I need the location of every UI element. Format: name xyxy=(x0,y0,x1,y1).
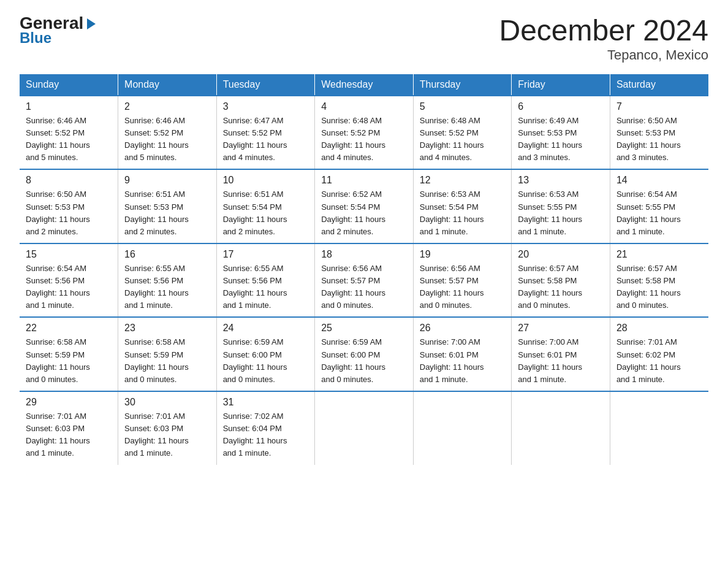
day-info: Sunrise: 6:50 AMSunset: 5:53 PMDaylight:… xyxy=(616,115,702,164)
day-number: 14 xyxy=(616,175,702,186)
day-number: 27 xyxy=(518,323,604,334)
calendar-cell: 8Sunrise: 6:50 AMSunset: 5:53 PMDaylight… xyxy=(20,169,118,243)
calendar-cell: 22Sunrise: 6:58 AMSunset: 5:59 PMDayligh… xyxy=(20,317,118,391)
calendar-cell xyxy=(315,391,414,465)
calendar-week-row: 15Sunrise: 6:54 AMSunset: 5:56 PMDayligh… xyxy=(20,243,708,318)
calendar-cell: 19Sunrise: 6:56 AMSunset: 5:57 PMDayligh… xyxy=(413,243,512,318)
day-number: 13 xyxy=(518,175,604,186)
calendar-cell: 7Sunrise: 6:50 AMSunset: 5:53 PMDaylight… xyxy=(610,96,708,170)
day-info: Sunrise: 6:59 AMSunset: 6:00 PMDaylight:… xyxy=(223,336,309,386)
calendar-cell: 9Sunrise: 6:51 AMSunset: 5:53 PMDaylight… xyxy=(118,169,217,243)
calendar-title: December 2024 xyxy=(499,15,708,47)
day-info: Sunrise: 7:00 AMSunset: 6:01 PMDaylight:… xyxy=(518,336,604,386)
day-number: 17 xyxy=(223,249,309,260)
calendar-cell: 18Sunrise: 6:56 AMSunset: 5:57 PMDayligh… xyxy=(315,243,414,318)
calendar-cell: 1Sunrise: 6:46 AMSunset: 5:52 PMDaylight… xyxy=(20,96,118,170)
calendar-week-row: 29Sunrise: 7:01 AMSunset: 6:03 PMDayligh… xyxy=(20,391,708,465)
day-info: Sunrise: 7:00 AMSunset: 6:01 PMDaylight:… xyxy=(420,336,506,386)
calendar-cell: 3Sunrise: 6:47 AMSunset: 5:52 PMDaylight… xyxy=(216,96,315,170)
day-info: Sunrise: 6:46 AMSunset: 5:52 PMDaylight:… xyxy=(26,115,112,164)
day-number: 2 xyxy=(124,101,210,112)
day-number: 31 xyxy=(223,397,309,408)
day-info: Sunrise: 6:54 AMSunset: 5:56 PMDaylight:… xyxy=(26,262,112,312)
header-row: SundayMondayTuesdayWednesdayThursdayFrid… xyxy=(20,74,708,96)
day-number: 9 xyxy=(124,175,210,186)
col-header-tuesday: Tuesday xyxy=(216,74,315,96)
day-number: 26 xyxy=(420,323,506,334)
day-number: 8 xyxy=(26,175,112,186)
day-info: Sunrise: 6:46 AMSunset: 5:52 PMDaylight:… xyxy=(124,115,210,164)
calendar-cell: 16Sunrise: 6:55 AMSunset: 5:56 PMDayligh… xyxy=(118,243,217,318)
calendar-cell: 27Sunrise: 7:00 AMSunset: 6:01 PMDayligh… xyxy=(512,317,610,391)
day-number: 4 xyxy=(321,101,407,112)
col-header-monday: Monday xyxy=(118,74,217,96)
day-info: Sunrise: 7:01 AMSunset: 6:03 PMDaylight:… xyxy=(26,410,112,460)
calendar-cell: 30Sunrise: 7:01 AMSunset: 6:03 PMDayligh… xyxy=(118,391,217,465)
day-number: 29 xyxy=(26,397,112,408)
day-info: Sunrise: 6:51 AMSunset: 5:53 PMDaylight:… xyxy=(124,188,210,238)
day-number: 30 xyxy=(124,397,210,408)
day-number: 25 xyxy=(321,323,407,334)
day-number: 18 xyxy=(321,249,407,260)
day-info: Sunrise: 6:56 AMSunset: 5:57 PMDaylight:… xyxy=(420,262,506,312)
col-header-saturday: Saturday xyxy=(610,74,708,96)
calendar-cell: 6Sunrise: 6:49 AMSunset: 5:53 PMDaylight… xyxy=(512,96,610,170)
day-info: Sunrise: 6:57 AMSunset: 5:58 PMDaylight:… xyxy=(518,262,604,312)
calendar-subtitle: Tepanco, Mexico xyxy=(499,47,708,63)
day-info: Sunrise: 6:49 AMSunset: 5:53 PMDaylight:… xyxy=(518,115,604,164)
calendar-cell: 14Sunrise: 6:54 AMSunset: 5:55 PMDayligh… xyxy=(610,169,708,243)
calendar-cell: 13Sunrise: 6:53 AMSunset: 5:55 PMDayligh… xyxy=(512,169,610,243)
calendar-cell: 21Sunrise: 6:57 AMSunset: 5:58 PMDayligh… xyxy=(610,243,708,318)
day-info: Sunrise: 6:55 AMSunset: 5:56 PMDaylight:… xyxy=(223,262,309,312)
title-block: December 2024 Tepanco, Mexico xyxy=(499,15,708,63)
col-header-sunday: Sunday xyxy=(20,74,118,96)
day-info: Sunrise: 6:50 AMSunset: 5:53 PMDaylight:… xyxy=(26,188,112,238)
col-header-thursday: Thursday xyxy=(413,74,512,96)
calendar-cell: 12Sunrise: 6:53 AMSunset: 5:54 PMDayligh… xyxy=(413,169,512,243)
day-number: 6 xyxy=(518,101,604,112)
day-info: Sunrise: 6:47 AMSunset: 5:52 PMDaylight:… xyxy=(223,115,309,164)
calendar-cell: 15Sunrise: 6:54 AMSunset: 5:56 PMDayligh… xyxy=(20,243,118,318)
calendar-cell xyxy=(610,391,708,465)
day-info: Sunrise: 6:48 AMSunset: 5:52 PMDaylight:… xyxy=(321,115,407,164)
day-number: 7 xyxy=(616,101,702,112)
day-number: 5 xyxy=(420,101,506,112)
page-header: General Blue December 2024 Tepanco, Mexi… xyxy=(20,15,708,63)
calendar-cell: 24Sunrise: 6:59 AMSunset: 6:00 PMDayligh… xyxy=(216,317,315,391)
calendar-cell xyxy=(512,391,610,465)
calendar-cell: 25Sunrise: 6:59 AMSunset: 6:00 PMDayligh… xyxy=(315,317,414,391)
calendar-cell: 31Sunrise: 7:02 AMSunset: 6:04 PMDayligh… xyxy=(216,391,315,465)
calendar-cell: 28Sunrise: 7:01 AMSunset: 6:02 PMDayligh… xyxy=(610,317,708,391)
day-number: 1 xyxy=(26,101,112,112)
day-info: Sunrise: 7:01 AMSunset: 6:02 PMDaylight:… xyxy=(616,336,702,386)
day-info: Sunrise: 6:53 AMSunset: 5:55 PMDaylight:… xyxy=(518,188,604,238)
day-info: Sunrise: 6:52 AMSunset: 5:54 PMDaylight:… xyxy=(321,188,407,238)
day-info: Sunrise: 6:59 AMSunset: 6:00 PMDaylight:… xyxy=(321,336,407,386)
calendar-cell: 10Sunrise: 6:51 AMSunset: 5:54 PMDayligh… xyxy=(216,169,315,243)
day-number: 15 xyxy=(26,249,112,260)
day-info: Sunrise: 6:48 AMSunset: 5:52 PMDaylight:… xyxy=(420,115,506,164)
calendar-cell: 11Sunrise: 6:52 AMSunset: 5:54 PMDayligh… xyxy=(315,169,414,243)
day-info: Sunrise: 6:55 AMSunset: 5:56 PMDaylight:… xyxy=(124,262,210,312)
day-number: 23 xyxy=(124,323,210,334)
day-info: Sunrise: 7:01 AMSunset: 6:03 PMDaylight:… xyxy=(124,410,210,460)
day-number: 3 xyxy=(223,101,309,112)
day-info: Sunrise: 6:51 AMSunset: 5:54 PMDaylight:… xyxy=(223,188,309,238)
day-number: 21 xyxy=(616,249,702,260)
day-number: 22 xyxy=(26,323,112,334)
logo: General Blue xyxy=(20,15,98,47)
svg-marker-0 xyxy=(87,18,96,29)
day-number: 10 xyxy=(223,175,309,186)
calendar-week-row: 8Sunrise: 6:50 AMSunset: 5:53 PMDaylight… xyxy=(20,169,708,243)
calendar-week-row: 22Sunrise: 6:58 AMSunset: 5:59 PMDayligh… xyxy=(20,317,708,391)
logo-blue-text: Blue xyxy=(20,29,51,47)
day-number: 24 xyxy=(223,323,309,334)
calendar-week-row: 1Sunrise: 6:46 AMSunset: 5:52 PMDaylight… xyxy=(20,96,708,170)
calendar-cell: 4Sunrise: 6:48 AMSunset: 5:52 PMDaylight… xyxy=(315,96,414,170)
calendar-cell: 26Sunrise: 7:00 AMSunset: 6:01 PMDayligh… xyxy=(413,317,512,391)
day-info: Sunrise: 6:53 AMSunset: 5:54 PMDaylight:… xyxy=(420,188,506,238)
day-info: Sunrise: 6:58 AMSunset: 5:59 PMDaylight:… xyxy=(26,336,112,386)
calendar-cell: 20Sunrise: 6:57 AMSunset: 5:58 PMDayligh… xyxy=(512,243,610,318)
logo-arrow-icon xyxy=(85,17,98,31)
day-info: Sunrise: 6:54 AMSunset: 5:55 PMDaylight:… xyxy=(616,188,702,238)
